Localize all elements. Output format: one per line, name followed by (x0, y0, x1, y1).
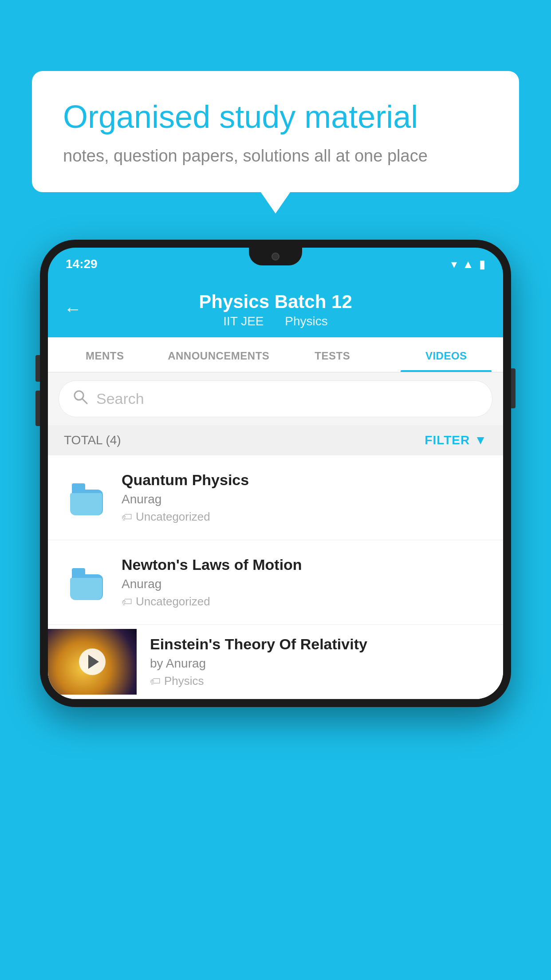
thumbnail-wrap-3 (48, 629, 137, 695)
filter-bar: TOTAL (4) FILTER ▼ (48, 425, 503, 455)
tag-icon-3: 🏷 (150, 675, 161, 688)
status-icons: ▾ ▲ ▮ (451, 257, 485, 271)
tab-bar: MENTS ANNOUNCEMENTS TESTS VIDEOS (48, 337, 503, 372)
play-triangle-icon (88, 655, 99, 669)
speech-bubble: Organised study material notes, question… (32, 71, 519, 192)
play-button-3[interactable] (79, 648, 106, 675)
video-title-3: Einstein's Theory Of Relativity (150, 636, 490, 653)
tag-label-3: Physics (164, 674, 204, 688)
video-item-2[interactable]: Newton's Laws of Motion Anurag 🏷 Uncateg… (48, 540, 503, 625)
subtitle-part1: IIT JEE (223, 314, 264, 328)
vol-down-button (35, 391, 40, 426)
subtitle-part2: Physics (285, 314, 327, 328)
back-button[interactable]: ← (64, 299, 82, 319)
video-title-1: Quantum Physics (122, 471, 487, 489)
video-author-2: Anurag (122, 577, 487, 591)
video-author-3: by Anurag (150, 656, 490, 671)
folder-icon-wrap-1 (64, 480, 108, 515)
status-bar: 14:29 ▾ ▲ ▮ (48, 248, 503, 281)
camera (272, 253, 279, 261)
signal-icon: ▲ (462, 257, 474, 271)
video-author-1: Anurag (122, 492, 487, 506)
phone-screen: ← Physics Batch 12 IIT JEE Physics MENTS… (48, 281, 503, 699)
video-tag-2: 🏷 Uncategorized (122, 595, 487, 609)
tab-announcements[interactable]: ANNOUNCEMENTS (162, 337, 276, 372)
header-title: Physics Batch 12 (66, 291, 485, 312)
notch (249, 248, 302, 265)
search-icon (72, 389, 88, 409)
vol-up-button (35, 355, 40, 382)
search-bar-wrapper: Search (48, 372, 503, 425)
folder-icon-2 (70, 565, 102, 600)
video-tag-3: 🏷 Physics (150, 674, 490, 688)
wifi-icon: ▾ (451, 257, 457, 271)
tab-ments[interactable]: MENTS (48, 337, 162, 372)
bubble-title: Organised study material (63, 98, 488, 136)
tab-tests[interactable]: TESTS (276, 337, 390, 372)
total-count: TOTAL (4) (64, 433, 121, 447)
video-info-3: Einstein's Theory Of Relativity by Anura… (137, 625, 503, 699)
tag-icon-1: 🏷 (122, 511, 132, 523)
video-info-1: Quantum Physics Anurag 🏷 Uncategorized (122, 471, 487, 524)
power-button (511, 368, 516, 408)
video-info-2: Newton's Laws of Motion Anurag 🏷 Uncateg… (122, 556, 487, 609)
phone-device: 14:29 ▾ ▲ ▮ ← Physics Batch 12 IIT JEE P… (40, 240, 511, 707)
video-list: Quantum Physics Anurag 🏷 Uncategorized (48, 455, 503, 699)
filter-label: FILTER (425, 433, 470, 447)
folder-front-2 (70, 578, 102, 600)
battery-icon: ▮ (479, 257, 485, 271)
video-tag-1: 🏷 Uncategorized (122, 510, 487, 524)
svg-line-1 (82, 399, 87, 403)
bubble-subtitle: notes, question papers, solutions all at… (63, 146, 488, 166)
folder-icon-1 (70, 480, 102, 515)
folder-icon-wrap-2 (64, 565, 108, 600)
app-header: ← Physics Batch 12 IIT JEE Physics (48, 281, 503, 337)
search-bar[interactable]: Search (59, 380, 492, 417)
search-input[interactable]: Search (96, 390, 144, 407)
header-subtitle: IIT JEE Physics (66, 314, 485, 328)
speech-bubble-wrapper: Organised study material notes, question… (32, 71, 519, 192)
tag-label-2: Uncategorized (136, 595, 210, 609)
video-title-2: Newton's Laws of Motion (122, 556, 487, 573)
filter-icon: ▼ (474, 433, 487, 447)
tag-icon-2: 🏷 (122, 596, 132, 608)
status-time: 14:29 (66, 257, 98, 271)
video-item-1[interactable]: Quantum Physics Anurag 🏷 Uncategorized (48, 455, 503, 540)
tab-videos[interactable]: VIDEOS (390, 337, 504, 372)
video-item-3[interactable]: Einstein's Theory Of Relativity by Anura… (48, 625, 503, 699)
tag-label-1: Uncategorized (136, 510, 210, 524)
phone-wrapper: 14:29 ▾ ▲ ▮ ← Physics Batch 12 IIT JEE P… (40, 240, 511, 707)
filter-button[interactable]: FILTER ▼ (425, 433, 487, 447)
folder-front (70, 493, 102, 515)
